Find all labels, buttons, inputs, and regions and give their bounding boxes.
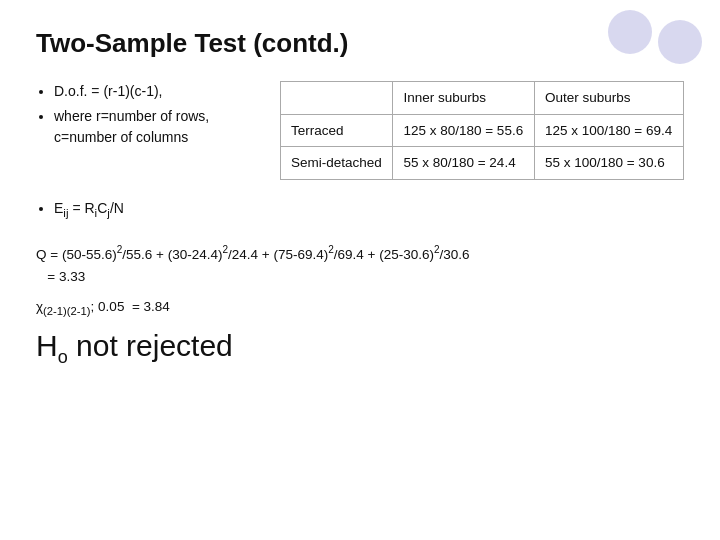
eij-formula: Eij = RiCj/N [54,198,256,221]
main-content: D.o.f. = (r-1)(c-1), where r=number of r… [36,81,684,180]
row-outer-semidetached: 55 x 100/180 = 30.6 [534,147,683,180]
row-label-terraced: Terraced [281,114,393,147]
eij-subscript-cj: j [107,205,110,218]
stats-table: Inner suburbs Outer suburbs Terraced 125… [280,81,684,180]
row-inner-terraced: 125 x 80/180 = 55.6 [393,114,535,147]
page: Two-Sample Test (contd.) D.o.f. = (r-1)(… [0,0,720,540]
eij-subscript-ri: i [95,205,98,218]
sq2: 2 [222,244,228,255]
chi-result: = 3.84 [132,299,170,314]
col-header-empty [281,82,393,115]
row-inner-semidetached: 55 x 80/180 = 24.4 [393,147,535,180]
q-formula-line: Q = (50-55.6)2/55.6 + (30-24.4)2/24.4 + … [36,241,684,266]
bullet-item-1: D.o.f. = (r-1)(c-1), [54,81,256,102]
eij-section: Eij = RiCj/N [36,198,684,221]
table-header-row: Inner suburbs Outer suburbs [281,82,684,115]
decorative-circles [608,10,702,64]
col-header-inner: Inner suburbs [393,82,535,115]
eij-bullet-list: Eij = RiCj/N [36,198,256,221]
ho-subscript: o [58,347,68,367]
ho-section: Ho not rejected [36,329,684,368]
table-row: Semi-detached 55 x 80/180 = 24.4 55 x 10… [281,147,684,180]
q-result-line: = 3.33 [36,266,684,289]
row-outer-terraced: 125 x 100/180 = 69.4 [534,114,683,147]
row-label-semidetached: Semi-detached [281,147,393,180]
table-row: Terraced 125 x 80/180 = 55.6 125 x 100/1… [281,114,684,147]
q-formula-section: Q = (50-55.6)2/55.6 + (30-24.4)2/24.4 + … [36,241,684,289]
bullet-list: D.o.f. = (r-1)(c-1), where r=number of r… [36,81,256,180]
sq1: 2 [117,244,123,255]
deco-circle-1 [608,10,652,54]
eij-subscript-i: ij [63,205,68,218]
bullet-item-2: where r=number of rows, c=number of colu… [54,106,256,148]
chi-section: χ(2-1)(2-1); 0.05 = 3.84 [36,299,684,317]
page-title: Two-Sample Test (contd.) [36,28,684,59]
deco-circle-2 [658,20,702,64]
chi-subscript: (2-1)(2-1) [43,305,91,317]
sq4: 2 [434,244,440,255]
sq3: 2 [328,244,334,255]
col-header-outer: Outer suburbs [534,82,683,115]
